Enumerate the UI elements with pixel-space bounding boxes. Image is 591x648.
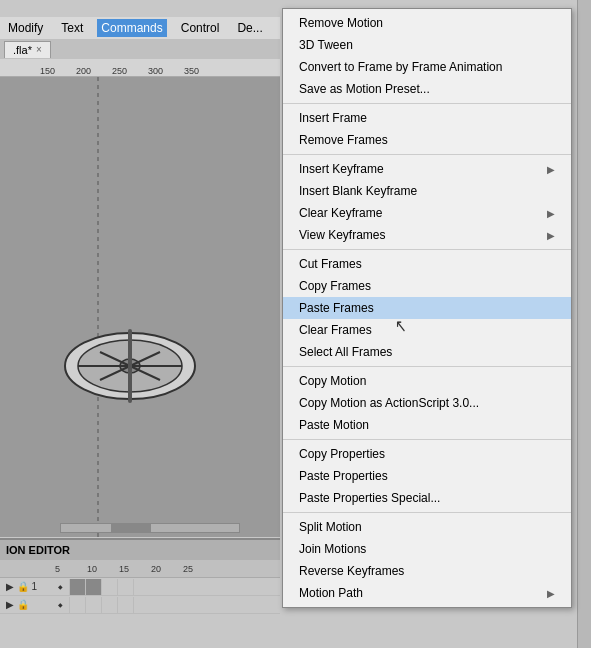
ctx-copy-frames-label: Copy Frames xyxy=(299,279,371,293)
ctx-copy-motion-label: Copy Motion xyxy=(299,374,366,388)
tl-cell-2-2[interactable] xyxy=(70,597,86,613)
tl-cell-2-3[interactable] xyxy=(86,597,102,613)
ctx-remove-motion-label: Remove Motion xyxy=(299,16,383,30)
ctx-insert-frame-label: Insert Frame xyxy=(299,111,367,125)
ctx-join-motions[interactable]: Join Motions xyxy=(283,538,571,560)
tl-cells-2 xyxy=(54,597,280,613)
tl-cell-2-4[interactable] xyxy=(102,597,118,613)
tl-row-label-2: ▶ 🔒 xyxy=(6,599,54,610)
menu-modify[interactable]: Modify xyxy=(4,19,47,37)
tl-cell-1-2[interactable] xyxy=(70,579,86,595)
ruler-mark-250: 250 xyxy=(112,66,148,76)
ctx-motion-path[interactable]: Motion Path ▶ xyxy=(283,582,571,604)
context-menu: Remove Motion 3D Tween Convert to Frame … xyxy=(282,8,572,608)
menu-section-4: Cut Frames Copy Frames Paste Frames Clea… xyxy=(283,250,571,367)
ctx-copy-motion[interactable]: Copy Motion xyxy=(283,370,571,392)
tl-cell-2-1[interactable] xyxy=(54,597,70,613)
horizontal-scrollbar[interactable] xyxy=(60,523,240,533)
ctx-select-all-frames[interactable]: Select All Frames xyxy=(283,341,571,363)
menu-section-5: Copy Motion Copy Motion as ActionScript … xyxy=(283,367,571,440)
tl-row-label-1: ▶ 🔒 1 xyxy=(6,581,54,592)
tl-cell-1-1[interactable] xyxy=(54,579,70,595)
menu-section-7: Split Motion Join Motions Reverse Keyfra… xyxy=(283,513,571,607)
ctx-3d-tween[interactable]: 3D Tween xyxy=(283,34,571,56)
ctx-clear-keyframe-arrow: ▶ xyxy=(547,208,555,219)
ctx-split-motion-label: Split Motion xyxy=(299,520,362,534)
timeline-title: ION EDITOR xyxy=(6,544,70,556)
ctx-copy-motion-as[interactable]: Copy Motion as ActionScript 3.0... xyxy=(283,392,571,414)
ctx-cut-frames-label: Cut Frames xyxy=(299,257,362,271)
ruler-mark-150: 150 xyxy=(40,66,76,76)
ctx-insert-frame[interactable]: Insert Frame xyxy=(283,107,571,129)
ctx-paste-properties-special[interactable]: Paste Properties Special... xyxy=(283,487,571,509)
menu-control[interactable]: Control xyxy=(177,19,224,37)
ctx-remove-frames[interactable]: Remove Frames xyxy=(283,129,571,151)
menu-section-3: Insert Keyframe ▶ Insert Blank Keyframe … xyxy=(283,155,571,250)
ctx-insert-keyframe-arrow: ▶ xyxy=(547,164,555,175)
ctx-save-motion-preset[interactable]: Save as Motion Preset... xyxy=(283,78,571,100)
ctx-clear-frames-label: Clear Frames xyxy=(299,323,372,337)
menu-text[interactable]: Text xyxy=(57,19,87,37)
ctx-3d-tween-label: 3D Tween xyxy=(299,38,353,52)
ctx-view-keyframes-arrow: ▶ xyxy=(547,230,555,241)
tab-label: .fla* xyxy=(13,44,32,56)
ctx-insert-blank-keyframe-label: Insert Blank Keyframe xyxy=(299,184,417,198)
menu-section-1: Remove Motion 3D Tween Convert to Frame … xyxy=(283,9,571,104)
ctx-remove-motion[interactable]: Remove Motion xyxy=(283,12,571,34)
ctx-convert-frame-label: Convert to Frame by Frame Animation xyxy=(299,60,502,74)
ctx-copy-frames[interactable]: Copy Frames xyxy=(283,275,571,297)
ctx-clear-keyframe[interactable]: Clear Keyframe ▶ xyxy=(283,202,571,224)
ruler-mark-300: 300 xyxy=(148,66,184,76)
ctx-insert-blank-keyframe[interactable]: Insert Blank Keyframe xyxy=(283,180,571,202)
ctx-paste-properties[interactable]: Paste Properties xyxy=(283,465,571,487)
timeline-header: ION EDITOR xyxy=(0,540,280,560)
ctx-convert-frame[interactable]: Convert to Frame by Frame Animation xyxy=(283,56,571,78)
ctx-copy-properties[interactable]: Copy Properties xyxy=(283,443,571,465)
tl-cell-2-5[interactable] xyxy=(118,597,134,613)
ctx-paste-properties-label: Paste Properties xyxy=(299,469,388,483)
ctx-motion-path-label: Motion Path xyxy=(299,586,363,600)
ctx-paste-motion-label: Paste Motion xyxy=(299,418,369,432)
canvas-ruler: 150 200 250 300 350 xyxy=(0,59,280,77)
tl-num-20: 20 xyxy=(151,564,183,574)
tl-cell-1-3[interactable] xyxy=(86,579,102,595)
ctx-cut-frames[interactable]: Cut Frames xyxy=(283,253,571,275)
ctx-reverse-keyframes[interactable]: Reverse Keyframes xyxy=(283,560,571,582)
ctx-save-motion-preset-label: Save as Motion Preset... xyxy=(299,82,430,96)
tl-num-15: 15 xyxy=(119,564,151,574)
timeline-area: ION EDITOR 5 10 15 20 25 ▶ 🔒 1 ▶ 🔒 xyxy=(0,538,280,648)
menu-section-2: Insert Frame Remove Frames xyxy=(283,104,571,155)
ctx-copy-motion-as-label: Copy Motion as ActionScript 3.0... xyxy=(299,396,479,410)
tl-num-25: 25 xyxy=(183,564,215,574)
right-panel xyxy=(577,0,591,648)
tl-cells-1 xyxy=(54,579,280,595)
file-tab[interactable]: .fla* × xyxy=(4,41,51,58)
menu-de[interactable]: De... xyxy=(233,19,266,37)
ruler-mark-200: 200 xyxy=(76,66,112,76)
ctx-select-all-frames-label: Select All Frames xyxy=(299,345,392,359)
ctx-insert-keyframe[interactable]: Insert Keyframe ▶ xyxy=(283,158,571,180)
ctx-join-motions-label: Join Motions xyxy=(299,542,366,556)
ctx-paste-frames[interactable]: Paste Frames xyxy=(283,297,571,319)
wheel-graphic xyxy=(60,324,200,407)
ctx-paste-motion[interactable]: Paste Motion xyxy=(283,414,571,436)
menu-bar: Modify Text Commands Control De... xyxy=(0,17,280,39)
ctx-view-keyframes-label: View Keyframes xyxy=(299,228,385,242)
tab-bar: .fla* × xyxy=(0,39,280,59)
tl-cell-1-5[interactable] xyxy=(118,579,134,595)
motion-path-line xyxy=(97,77,99,537)
mouse-cursor: ↖ xyxy=(395,315,407,337)
ruler-marks: 150 200 250 300 350 xyxy=(0,59,280,76)
menu-section-6: Copy Properties Paste Properties Paste P… xyxy=(283,440,571,513)
menu-commands[interactable]: Commands xyxy=(97,19,166,37)
tl-cell-1-4[interactable] xyxy=(102,579,118,595)
ctx-split-motion[interactable]: Split Motion xyxy=(283,516,571,538)
ctx-view-keyframes[interactable]: View Keyframes ▶ xyxy=(283,224,571,246)
tl-num-5: 5 xyxy=(55,564,87,574)
ctx-motion-path-arrow: ▶ xyxy=(547,588,555,599)
ctx-clear-frames[interactable]: Clear Frames xyxy=(283,319,571,341)
ctx-reverse-keyframes-label: Reverse Keyframes xyxy=(299,564,404,578)
ctx-paste-properties-special-label: Paste Properties Special... xyxy=(299,491,440,505)
scrollbar-thumb[interactable] xyxy=(111,524,151,532)
tab-close[interactable]: × xyxy=(36,44,42,55)
